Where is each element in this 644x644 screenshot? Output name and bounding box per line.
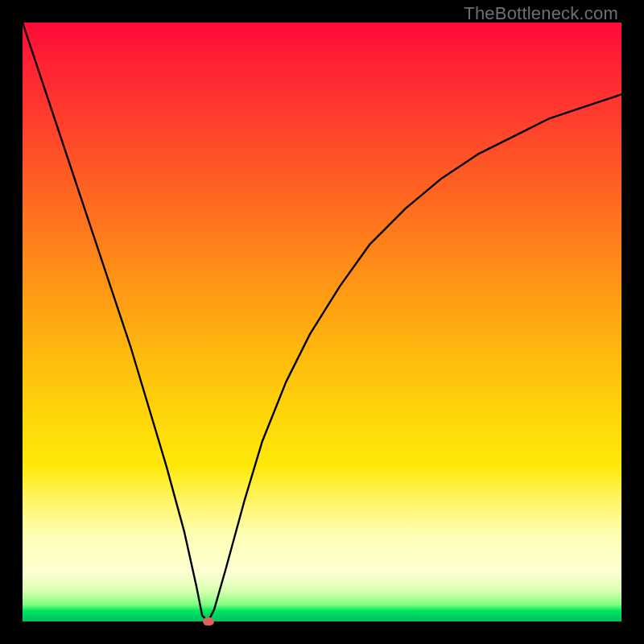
minimum-marker (203, 617, 214, 625)
bottleneck-curve (23, 23, 621, 621)
watermark-text: TheBottleneck.com (464, 3, 618, 24)
plot-frame (23, 23, 621, 621)
